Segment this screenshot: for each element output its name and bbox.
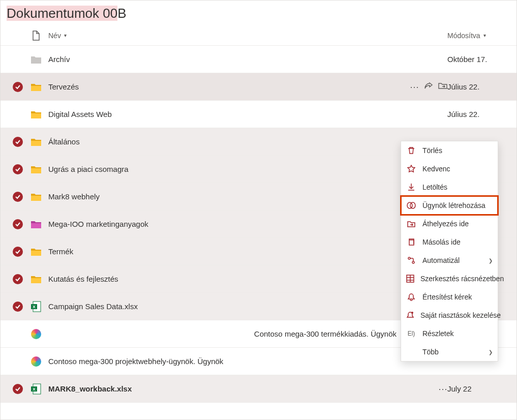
chevron-down-icon: ▾	[483, 33, 486, 38]
ctx-kedvenc[interactable]: Kedvenc	[401, 160, 498, 178]
row-name[interactable]: Ugrás a piaci csomagra	[45, 165, 397, 173]
file-row[interactable]: XMARK8_workback.xlsx⋯July 22	[1, 375, 516, 403]
folder-move-icon[interactable]	[438, 81, 447, 93]
ctx-m-sol-s-ide[interactable]: Másolás ide	[401, 233, 498, 251]
star-icon	[406, 165, 416, 173]
download-icon	[406, 183, 416, 191]
col-type-header[interactable]	[27, 31, 45, 41]
ctx-let-lt-s[interactable]: Letöltés	[401, 178, 498, 196]
text-icon: El)	[406, 330, 416, 337]
row-name-text: Tervezés	[48, 82, 79, 91]
selected-check-icon	[13, 164, 23, 174]
row-select[interactable]	[9, 302, 27, 312]
row-select[interactable]	[9, 192, 27, 202]
chevron-right-icon: ❯	[489, 258, 493, 263]
bell-icon	[406, 293, 416, 301]
ctx-label: Több	[422, 348, 439, 356]
col-mod-header[interactable]: Módosítva ▾	[447, 32, 508, 40]
row-select[interactable]	[9, 384, 27, 394]
ctx-label: Letöltés	[422, 183, 447, 191]
row-name[interactable]: Archív	[45, 55, 397, 64]
ctx-saj-t-riaszt-sok-kezel-se[interactable]: Saját riasztások kezelése	[401, 306, 498, 324]
ctx-r-szletek[interactable]: El)Részletek	[401, 324, 498, 343]
title-highlight: Dokumentumok 00	[7, 6, 117, 21]
grid-icon	[406, 275, 414, 283]
row-name-text: Mark8 webhely	[48, 192, 100, 201]
row-type-icon	[27, 329, 45, 339]
row-modified: July 22	[447, 384, 508, 393]
ctx--gyn-k-l-trehoz-sa[interactable]: Ügynök létrehozása	[401, 196, 498, 215]
ctx-label: Szerkesztés rácsnézetben	[420, 275, 504, 283]
row-type-icon: X	[27, 383, 45, 395]
ctx-label: Részletek	[422, 329, 453, 338]
row-name[interactable]: Mark8 webhely	[45, 192, 397, 201]
col-name-label: Név	[48, 32, 61, 40]
ctx--thelyez-s-ide[interactable]: Áthelyezés ide	[401, 215, 498, 233]
row-actions: ⋯	[397, 383, 447, 395]
col-name-header[interactable]: Név ▾	[45, 32, 397, 40]
row-select[interactable]	[9, 137, 27, 147]
selected-check-icon	[13, 219, 23, 229]
row-name-text: Digital Assets Web	[48, 110, 112, 118]
ctx--rtes-t-st-k-rek[interactable]: Értesítést kérek	[401, 288, 498, 306]
ctx-label: Automatizál	[422, 256, 460, 264]
svg-point-6	[407, 202, 412, 208]
selected-check-icon	[13, 192, 23, 202]
row-type-icon	[27, 356, 45, 367]
row-name[interactable]: Általános	[45, 137, 397, 146]
row-select[interactable]	[9, 82, 27, 92]
file-row[interactable]: ArchívOktóber 17.	[1, 46, 516, 73]
row-name[interactable]: Kutatás és fejlesztés	[45, 275, 397, 283]
share-icon[interactable]	[424, 81, 433, 93]
ctx-label: Törlés	[422, 146, 442, 155]
chevron-down-icon: ▾	[64, 33, 67, 38]
row-select[interactable]	[9, 219, 27, 229]
row-modified: Július 22.	[447, 110, 508, 118]
list-header: Név ▾ Módosítva ▾	[1, 25, 516, 46]
row-name-text: Általános	[48, 137, 80, 146]
row-type-icon	[27, 220, 45, 229]
ctx-szerkeszt-s-r-csn-zetben[interactable]: Szerkesztés rácsnézetben	[401, 269, 498, 288]
title-rest: B	[117, 6, 126, 21]
trash-icon	[406, 146, 416, 155]
row-name[interactable]: MARK8_workback.xlsx	[45, 384, 397, 393]
ctx-label: Áthelyezés ide	[422, 220, 469, 228]
row-type-icon	[27, 82, 45, 92]
context-menu[interactable]: TörlésKedvencLetöltésÜgynök létrehozásaÁ…	[401, 141, 498, 362]
row-name-text: Kutatás és fejlesztés	[48, 275, 118, 283]
file-icon	[32, 31, 40, 41]
row-select[interactable]	[9, 274, 27, 284]
more-actions-button[interactable]: ⋯	[438, 383, 447, 395]
more-actions-button[interactable]: ⋯	[410, 81, 419, 93]
svg-text:X: X	[33, 387, 36, 392]
row-select[interactable]	[9, 247, 27, 257]
svg-text:X: X	[33, 305, 36, 309]
ctx-t-bb[interactable]: Több❯	[401, 343, 498, 361]
row-type-icon	[27, 275, 45, 284]
page-title: Dokumentumok 00B	[1, 1, 516, 25]
row-name[interactable]: Tervezés	[45, 82, 397, 91]
row-name[interactable]: Mega-IOO marketinganyagok	[45, 220, 397, 228]
file-row[interactable]: Tervezés⋯Július 22.	[1, 73, 516, 101]
ctx-automatiz-l[interactable]: Automatizál❯	[401, 251, 498, 269]
folder-go-icon	[406, 220, 416, 228]
row-name[interactable]: Contoso mega-300 termékkiadás. Ügynök	[45, 329, 397, 338]
file-row[interactable]: Digital Assets WebJúlius 22.	[1, 101, 516, 128]
ctx-t-rl-s[interactable]: Törlés	[401, 141, 498, 160]
row-name-text: Ugrás a piaci csomagra	[48, 165, 129, 173]
svg-point-10	[412, 261, 414, 263]
ctx-label: Másolás ide	[422, 238, 461, 246]
row-type-icon	[27, 137, 45, 146]
row-name[interactable]: Contoso mega-300 projektwebhely-ügynök. …	[45, 357, 397, 366]
copy-icon	[406, 238, 416, 246]
row-name[interactable]: Digital Assets Web	[45, 110, 397, 118]
row-name[interactable]: Campaign Sales Data.xlsx	[45, 302, 397, 311]
row-name[interactable]: Termék	[45, 247, 397, 256]
row-name-text: Archív	[48, 55, 70, 64]
selected-check-icon	[13, 384, 23, 394]
row-type-icon	[27, 192, 45, 201]
svg-point-12	[411, 312, 413, 314]
row-name-text: Termék	[48, 247, 73, 256]
row-name-text: MARK8_workback.xlsx	[48, 384, 132, 393]
row-select[interactable]	[9, 164, 27, 174]
